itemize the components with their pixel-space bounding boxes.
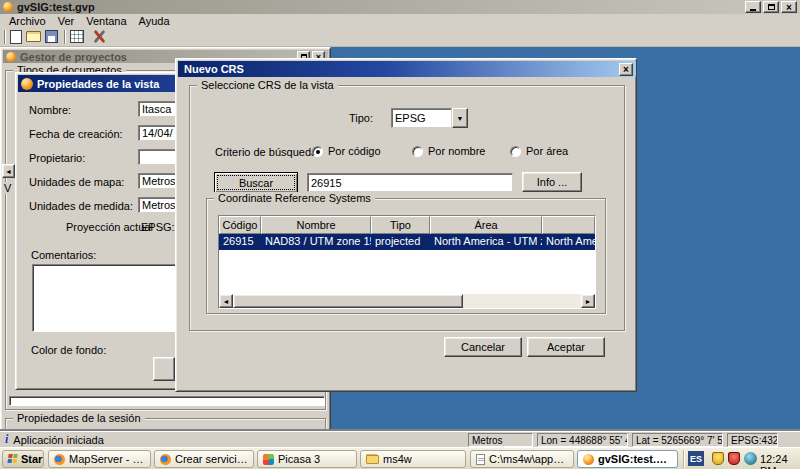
- horizontal-scrollbar[interactable]: ◄ ►: [219, 294, 595, 308]
- firefox-icon: [160, 454, 171, 465]
- task-label: Crear servicios WM...: [175, 453, 248, 465]
- status-longitude: Lon = 448688° 55' 45": [537, 433, 628, 447]
- toolbar: [0, 27, 800, 47]
- radio-por-area-icon[interactable]: [510, 146, 521, 157]
- task-label: C:\ms4w\apps\map...: [489, 453, 568, 465]
- firefox-icon: [54, 454, 65, 465]
- task-ms4w[interactable]: ms4w: [360, 450, 466, 468]
- open-project-icon[interactable]: [26, 31, 41, 42]
- minimize-button[interactable]: [745, 1, 761, 13]
- search-criteria-label: Criterio de búsqueda:: [215, 146, 320, 158]
- menu-ver[interactable]: Ver: [52, 14, 81, 28]
- radio-por-nombre[interactable]: Por nombre: [412, 145, 485, 157]
- gvsig-window-icon: [6, 52, 16, 62]
- folder-icon: [366, 455, 379, 464]
- scrollbar-right-arrow-icon[interactable]: ►: [581, 294, 595, 308]
- cancel-button[interactable]: Cancelar: [444, 337, 522, 357]
- col-header-nombre[interactable]: Nombre: [261, 216, 371, 234]
- comments-label: Comentarios:: [31, 249, 96, 261]
- notepad-icon: [476, 454, 485, 465]
- tools-wrench-icon[interactable]: [92, 29, 107, 44]
- gvsig-task-icon: [583, 454, 594, 465]
- task-label: Picasa 3: [278, 453, 320, 465]
- col-header-extra[interactable]: [542, 216, 595, 234]
- session-properties-group-label: Propiedades de la sesión: [13, 412, 145, 424]
- menu-bar: Archivo Ver Ventana Ayuda: [0, 14, 800, 27]
- search-button[interactable]: Buscar: [214, 172, 298, 193]
- creation-date-label: Fecha de creación:: [29, 128, 123, 140]
- name-label: Nombre:: [29, 104, 71, 116]
- windows-flag-icon: [7, 454, 17, 464]
- info-icon: i: [5, 432, 8, 447]
- cell-extra: North Americ...: [542, 234, 595, 250]
- new-crs-dialog: Nuevo CRS × Seleccione CRS de la vista T…: [175, 58, 637, 392]
- type-combo[interactable]: EPSG ▼: [391, 108, 468, 128]
- menu-ventana[interactable]: Ventana: [80, 14, 132, 28]
- view-properties-title: Propiedades de la vista: [37, 78, 159, 90]
- task-gvsig[interactable]: gvSIG:test.gvp: [577, 450, 678, 468]
- crs-table: Código Nombre Tipo Área 26915 NAD83 / UT…: [218, 215, 596, 309]
- task-mapserver[interactable]: MapServer - Itasca...: [48, 450, 151, 468]
- measure-units-label: Unidades de medida:: [29, 200, 133, 212]
- radio-por-codigo-icon[interactable]: [312, 146, 323, 157]
- info-button[interactable]: Info ...: [522, 172, 582, 192]
- scrollbar-left-arrow-icon[interactable]: ◄: [219, 294, 233, 308]
- select-crs-group-label: Seleccione CRS de la vista: [197, 79, 338, 91]
- task-ms4w-apps[interactable]: C:\ms4w\apps\map...: [470, 450, 574, 468]
- menu-archivo[interactable]: Archivo: [3, 14, 52, 28]
- window-title: gvSIG:test.gvp: [17, 1, 95, 13]
- table-row[interactable]: 26915 NAD83 / UTM zone 15N projected Nor…: [219, 234, 595, 250]
- status-units: Metros: [468, 433, 533, 447]
- new-crs-title: Nuevo CRS: [184, 63, 244, 75]
- type-label: Tipo:: [349, 112, 373, 124]
- radio-por-codigo-label: Por código: [328, 145, 381, 157]
- gvsig-application-window: gvSIG:test.gvp × Archivo Ver Ventana Ayu…: [0, 0, 800, 469]
- main-titlebar[interactable]: gvSIG:test.gvp ×: [0, 0, 800, 14]
- table-empty-area: [219, 250, 595, 294]
- session-list-row[interactable]: [9, 396, 325, 406]
- new-crs-close-button[interactable]: ×: [619, 63, 633, 76]
- scrollbar-thumb[interactable]: [233, 294, 463, 308]
- owner-label: Propietario:: [29, 152, 85, 164]
- cell-tipo: projected: [371, 234, 430, 250]
- col-header-tipo[interactable]: Tipo: [371, 216, 430, 234]
- cell-area: North America - UTM zone...: [430, 234, 542, 250]
- tray-network-icon[interactable]: [744, 452, 757, 465]
- type-combo-arrow-icon[interactable]: ▼: [452, 108, 468, 128]
- new-document-icon[interactable]: [10, 30, 22, 44]
- col-header-codigo[interactable]: Código: [219, 216, 261, 234]
- accept-button[interactable]: Aceptar: [527, 337, 605, 357]
- status-latitude: Lat = 5265669° 7' 58": [632, 433, 723, 447]
- scroll-left-button[interactable]: ◄: [2, 164, 15, 178]
- search-input[interactable]: [307, 173, 513, 192]
- restore-button[interactable]: [763, 1, 779, 13]
- gvsig-dialog-icon: [21, 78, 33, 90]
- taskbar-clock[interactable]: 12:24 PM: [760, 453, 800, 469]
- tray-shield-red-icon[interactable]: [728, 452, 740, 465]
- close-button[interactable]: ×: [781, 1, 797, 13]
- new-crs-titlebar[interactable]: Nuevo CRS ×: [178, 61, 636, 77]
- crs-results-group: Coordinate Reference Systems Código Nomb…: [206, 198, 606, 314]
- project-manager-title: Gestor de proyectos: [20, 51, 127, 63]
- radio-por-area[interactable]: Por área: [510, 145, 568, 157]
- radio-por-nombre-icon[interactable]: [412, 146, 423, 157]
- task-picasa[interactable]: Picasa 3: [257, 450, 357, 468]
- map-units-label: Unidades de mapa:: [29, 176, 124, 188]
- background-color-button[interactable]: [153, 357, 175, 381]
- project-manager-icon[interactable]: [70, 30, 84, 43]
- col-header-area[interactable]: Área: [430, 216, 542, 234]
- tray-divider: [683, 450, 684, 468]
- task-crear-servicios[interactable]: Crear servicios WM...: [154, 450, 254, 468]
- save-project-icon[interactable]: [45, 30, 58, 43]
- menu-ayuda[interactable]: Ayuda: [133, 14, 176, 28]
- cell-nombre: NAD83 / UTM zone 15N: [261, 234, 371, 250]
- gvsig-app-icon: [3, 2, 13, 12]
- language-indicator[interactable]: ES: [688, 451, 704, 466]
- current-projection-label: Proyección actual: [66, 221, 153, 233]
- session-properties-group: Propiedades de la sesión: [5, 418, 326, 430]
- start-button-label: Start: [21, 453, 44, 465]
- radio-por-codigo[interactable]: Por código: [312, 145, 381, 157]
- tray-shield-yellow-icon[interactable]: [712, 452, 724, 465]
- start-button[interactable]: Start: [2, 450, 44, 468]
- taskbar: Start MapServer - Itasca... Crear servic…: [0, 447, 800, 469]
